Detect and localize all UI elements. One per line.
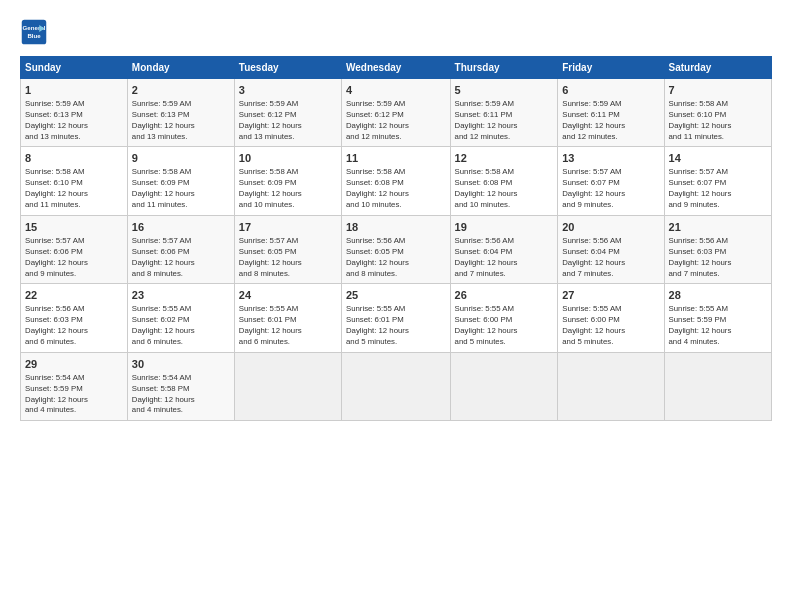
calendar-cell: 19Sunrise: 5:56 AM Sunset: 6:04 PM Dayli… [450, 215, 558, 283]
day-info: Sunrise: 5:59 AM Sunset: 6:12 PM Dayligh… [239, 99, 337, 143]
day-info: Sunrise: 5:58 AM Sunset: 6:10 PM Dayligh… [669, 99, 767, 143]
day-number: 16 [132, 220, 230, 235]
calendar-cell: 6Sunrise: 5:59 AM Sunset: 6:11 PM Daylig… [558, 79, 664, 147]
day-number: 7 [669, 83, 767, 98]
calendar-cell: 24Sunrise: 5:55 AM Sunset: 6:01 PM Dayli… [234, 284, 341, 352]
calendar-cell: 26Sunrise: 5:55 AM Sunset: 6:00 PM Dayli… [450, 284, 558, 352]
calendar-cell: 17Sunrise: 5:57 AM Sunset: 6:05 PM Dayli… [234, 215, 341, 283]
calendar-cell: 2Sunrise: 5:59 AM Sunset: 6:13 PM Daylig… [127, 79, 234, 147]
calendar-cell: 15Sunrise: 5:57 AM Sunset: 6:06 PM Dayli… [21, 215, 128, 283]
calendar-cell: 10Sunrise: 5:58 AM Sunset: 6:09 PM Dayli… [234, 147, 341, 215]
day-info: Sunrise: 5:55 AM Sunset: 6:01 PM Dayligh… [346, 304, 446, 348]
calendar-cell [234, 352, 341, 420]
calendar-cell: 11Sunrise: 5:58 AM Sunset: 6:08 PM Dayli… [341, 147, 450, 215]
day-info: Sunrise: 5:59 AM Sunset: 6:12 PM Dayligh… [346, 99, 446, 143]
calendar-cell: 21Sunrise: 5:56 AM Sunset: 6:03 PM Dayli… [664, 215, 771, 283]
day-info: Sunrise: 5:56 AM Sunset: 6:04 PM Dayligh… [562, 236, 659, 280]
day-info: Sunrise: 5:57 AM Sunset: 6:07 PM Dayligh… [562, 167, 659, 211]
weekday-header-tuesday: Tuesday [234, 57, 341, 79]
calendar-cell: 12Sunrise: 5:58 AM Sunset: 6:08 PM Dayli… [450, 147, 558, 215]
day-info: Sunrise: 5:59 AM Sunset: 6:11 PM Dayligh… [562, 99, 659, 143]
day-number: 14 [669, 151, 767, 166]
day-number: 15 [25, 220, 123, 235]
day-info: Sunrise: 5:55 AM Sunset: 6:00 PM Dayligh… [455, 304, 554, 348]
day-info: Sunrise: 5:54 AM Sunset: 5:58 PM Dayligh… [132, 373, 230, 417]
calendar-cell [558, 352, 664, 420]
day-info: Sunrise: 5:58 AM Sunset: 6:10 PM Dayligh… [25, 167, 123, 211]
day-number: 20 [562, 220, 659, 235]
day-info: Sunrise: 5:58 AM Sunset: 6:08 PM Dayligh… [346, 167, 446, 211]
calendar-week-row: 22Sunrise: 5:56 AM Sunset: 6:03 PM Dayli… [21, 284, 772, 352]
day-number: 30 [132, 357, 230, 372]
day-info: Sunrise: 5:57 AM Sunset: 6:06 PM Dayligh… [132, 236, 230, 280]
day-info: Sunrise: 5:57 AM Sunset: 6:06 PM Dayligh… [25, 236, 123, 280]
calendar-cell: 13Sunrise: 5:57 AM Sunset: 6:07 PM Dayli… [558, 147, 664, 215]
day-number: 4 [346, 83, 446, 98]
weekday-header-friday: Friday [558, 57, 664, 79]
day-info: Sunrise: 5:57 AM Sunset: 6:07 PM Dayligh… [669, 167, 767, 211]
day-number: 5 [455, 83, 554, 98]
calendar-cell [341, 352, 450, 420]
day-info: Sunrise: 5:59 AM Sunset: 6:13 PM Dayligh… [132, 99, 230, 143]
day-number: 13 [562, 151, 659, 166]
day-number: 12 [455, 151, 554, 166]
calendar-cell: 4Sunrise: 5:59 AM Sunset: 6:12 PM Daylig… [341, 79, 450, 147]
day-info: Sunrise: 5:58 AM Sunset: 6:09 PM Dayligh… [132, 167, 230, 211]
calendar-cell: 14Sunrise: 5:57 AM Sunset: 6:07 PM Dayli… [664, 147, 771, 215]
calendar-cell [664, 352, 771, 420]
calendar-cell: 22Sunrise: 5:56 AM Sunset: 6:03 PM Dayli… [21, 284, 128, 352]
day-number: 28 [669, 288, 767, 303]
weekday-header-wednesday: Wednesday [341, 57, 450, 79]
day-number: 22 [25, 288, 123, 303]
weekday-header-monday: Monday [127, 57, 234, 79]
day-info: Sunrise: 5:58 AM Sunset: 6:08 PM Dayligh… [455, 167, 554, 211]
calendar-cell: 18Sunrise: 5:56 AM Sunset: 6:05 PM Dayli… [341, 215, 450, 283]
calendar-cell: 30Sunrise: 5:54 AM Sunset: 5:58 PM Dayli… [127, 352, 234, 420]
day-number: 19 [455, 220, 554, 235]
calendar-cell: 16Sunrise: 5:57 AM Sunset: 6:06 PM Dayli… [127, 215, 234, 283]
day-info: Sunrise: 5:55 AM Sunset: 6:00 PM Dayligh… [562, 304, 659, 348]
calendar-cell: 8Sunrise: 5:58 AM Sunset: 6:10 PM Daylig… [21, 147, 128, 215]
calendar-cell: 28Sunrise: 5:55 AM Sunset: 5:59 PM Dayli… [664, 284, 771, 352]
day-number: 29 [25, 357, 123, 372]
day-info: Sunrise: 5:57 AM Sunset: 6:05 PM Dayligh… [239, 236, 337, 280]
day-number: 21 [669, 220, 767, 235]
day-number: 8 [25, 151, 123, 166]
day-number: 6 [562, 83, 659, 98]
day-info: Sunrise: 5:56 AM Sunset: 6:05 PM Dayligh… [346, 236, 446, 280]
day-number: 11 [346, 151, 446, 166]
day-info: Sunrise: 5:56 AM Sunset: 6:04 PM Dayligh… [455, 236, 554, 280]
page: General Blue SundayMondayTuesdayWednesda… [0, 0, 792, 612]
day-info: Sunrise: 5:58 AM Sunset: 6:09 PM Dayligh… [239, 167, 337, 211]
calendar-cell: 25Sunrise: 5:55 AM Sunset: 6:01 PM Dayli… [341, 284, 450, 352]
calendar-week-row: 15Sunrise: 5:57 AM Sunset: 6:06 PM Dayli… [21, 215, 772, 283]
calendar-cell: 20Sunrise: 5:56 AM Sunset: 6:04 PM Dayli… [558, 215, 664, 283]
calendar-cell: 7Sunrise: 5:58 AM Sunset: 6:10 PM Daylig… [664, 79, 771, 147]
day-info: Sunrise: 5:55 AM Sunset: 6:01 PM Dayligh… [239, 304, 337, 348]
day-number: 2 [132, 83, 230, 98]
day-number: 23 [132, 288, 230, 303]
day-number: 9 [132, 151, 230, 166]
calendar-cell: 1Sunrise: 5:59 AM Sunset: 6:13 PM Daylig… [21, 79, 128, 147]
weekday-header-sunday: Sunday [21, 57, 128, 79]
logo: General Blue [20, 18, 52, 46]
header: General Blue [20, 18, 772, 46]
day-number: 26 [455, 288, 554, 303]
day-number: 27 [562, 288, 659, 303]
calendar-week-row: 8Sunrise: 5:58 AM Sunset: 6:10 PM Daylig… [21, 147, 772, 215]
calendar-cell: 9Sunrise: 5:58 AM Sunset: 6:09 PM Daylig… [127, 147, 234, 215]
weekday-header-row: SundayMondayTuesdayWednesdayThursdayFrid… [21, 57, 772, 79]
weekday-header-saturday: Saturday [664, 57, 771, 79]
calendar-cell [450, 352, 558, 420]
day-number: 10 [239, 151, 337, 166]
calendar-cell: 27Sunrise: 5:55 AM Sunset: 6:00 PM Dayli… [558, 284, 664, 352]
calendar-cell: 29Sunrise: 5:54 AM Sunset: 5:59 PM Dayli… [21, 352, 128, 420]
day-info: Sunrise: 5:56 AM Sunset: 6:03 PM Dayligh… [25, 304, 123, 348]
calendar-week-row: 1Sunrise: 5:59 AM Sunset: 6:13 PM Daylig… [21, 79, 772, 147]
day-info: Sunrise: 5:59 AM Sunset: 6:11 PM Dayligh… [455, 99, 554, 143]
calendar-table: SundayMondayTuesdayWednesdayThursdayFrid… [20, 56, 772, 421]
calendar-cell: 3Sunrise: 5:59 AM Sunset: 6:12 PM Daylig… [234, 79, 341, 147]
day-info: Sunrise: 5:56 AM Sunset: 6:03 PM Dayligh… [669, 236, 767, 280]
calendar-cell: 5Sunrise: 5:59 AM Sunset: 6:11 PM Daylig… [450, 79, 558, 147]
day-info: Sunrise: 5:55 AM Sunset: 6:02 PM Dayligh… [132, 304, 230, 348]
